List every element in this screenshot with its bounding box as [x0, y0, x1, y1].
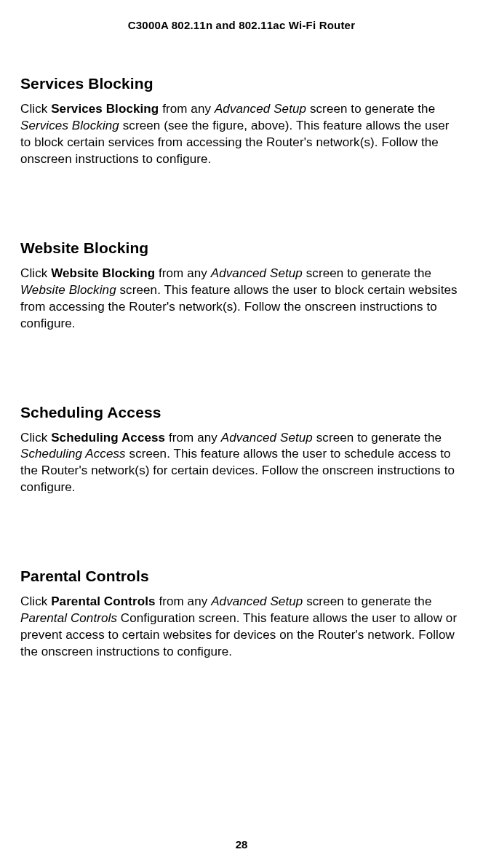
- bold-link-name: Parental Controls: [51, 594, 155, 608]
- section-heading: Parental Controls: [20, 568, 463, 585]
- italic-screen-name: Website Blocking: [20, 283, 116, 297]
- text-span: screen to generate the: [303, 594, 431, 608]
- italic-screen-name: Parental Controls: [20, 611, 117, 625]
- bold-link-name: Website Blocking: [51, 266, 155, 280]
- text-span: screen to generate the: [303, 266, 431, 280]
- text-span: Click: [20, 102, 51, 116]
- page-number: 28: [0, 838, 483, 851]
- bold-link-name: Services Blocking: [51, 102, 159, 116]
- italic-screen-name: Scheduling Access: [20, 447, 126, 461]
- section-heading: Services Blocking: [20, 75, 463, 92]
- text-span: from any: [156, 594, 212, 608]
- italic-screen-from: Advanced Setup: [221, 431, 313, 445]
- text-span: screen to generate the: [306, 102, 435, 116]
- italic-screen-from: Advanced Setup: [211, 594, 303, 608]
- italic-screen-from: Advanced Setup: [211, 266, 303, 280]
- text-span: from any: [165, 431, 221, 445]
- section-body: Click Scheduling Access from any Advance…: [20, 430, 463, 497]
- section-body: Click Parental Controls from any Advance…: [20, 594, 463, 661]
- bold-link-name: Scheduling Access: [51, 431, 165, 445]
- section-body: Click Website Blocking from any Advanced…: [20, 266, 463, 333]
- text-span: from any: [155, 266, 211, 280]
- text-span: Click: [20, 266, 51, 280]
- section-website-blocking: Website Blocking Click Website Blocking …: [20, 239, 463, 333]
- section-services-blocking: Services Blocking Click Services Blockin…: [20, 75, 463, 168]
- text-span: screen to generate the: [313, 431, 442, 445]
- section-heading: Website Blocking: [20, 239, 463, 257]
- document-page: C3000A 802.11n and 802.11ac Wi-Fi Router…: [0, 0, 483, 868]
- running-header: C3000A 802.11n and 802.11ac Wi-Fi Router: [20, 19, 463, 31]
- text-span: from any: [159, 102, 215, 116]
- italic-screen-from: Advanced Setup: [215, 102, 306, 116]
- italic-screen-name: Services Blocking: [20, 119, 119, 132]
- text-span: Click: [20, 594, 51, 608]
- section-parental-controls: Parental Controls Click Parental Control…: [20, 568, 463, 661]
- section-heading: Scheduling Access: [20, 404, 463, 421]
- text-span: Click: [20, 431, 51, 445]
- section-body: Click Services Blocking from any Advance…: [20, 101, 463, 168]
- section-scheduling-access: Scheduling Access Click Scheduling Acces…: [20, 404, 463, 497]
